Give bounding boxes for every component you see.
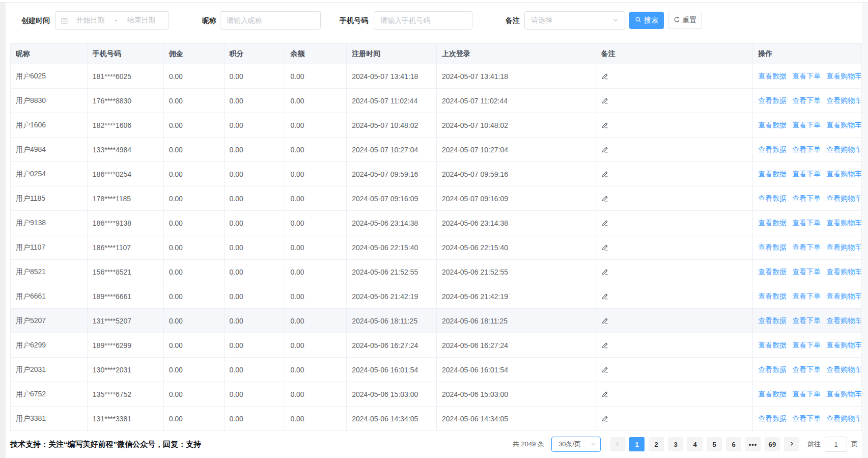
action-link-1[interactable]: 查看下单 — [792, 145, 821, 154]
pencil-edit-icon[interactable] — [601, 244, 609, 251]
action-link-0[interactable]: 查看数据 — [758, 365, 787, 374]
action-link-2[interactable]: 查看购物车 — [826, 72, 861, 81]
cell-remark — [596, 284, 753, 309]
action-link-2[interactable]: 查看购物车 — [826, 121, 861, 130]
cell-points: 0.00 — [225, 309, 286, 333]
action-link-0[interactable]: 查看数据 — [758, 72, 787, 81]
pencil-edit-icon[interactable] — [601, 268, 609, 276]
action-link-2[interactable]: 查看购物车 — [826, 316, 861, 326]
cell-actions: 查看数据查看下单查看购物车 — [753, 113, 861, 138]
action-link-2[interactable]: 查看购物车 — [826, 96, 861, 105]
action-link-1[interactable]: 查看下单 — [792, 292, 821, 301]
pager-more[interactable]: ••• — [745, 437, 761, 451]
page-size-select[interactable]: 30条/页 — [551, 437, 601, 452]
cell-balance: 0.00 — [285, 138, 347, 162]
end-date-placeholder[interactable]: 结束日期 — [127, 16, 155, 25]
create-time-range-picker[interactable]: 开始日期 - 结束日期 — [55, 11, 169, 30]
action-link-1[interactable]: 查看下单 — [792, 390, 821, 399]
pencil-edit-icon[interactable] — [601, 317, 609, 325]
nickname-input[interactable] — [227, 16, 314, 24]
search-button[interactable]: 搜索 — [629, 12, 664, 29]
action-link-0[interactable]: 查看数据 — [758, 316, 787, 326]
action-link-2[interactable]: 查看购物车 — [826, 194, 861, 203]
pager-pages: 123456•••69 — [627, 437, 782, 451]
reset-button[interactable]: 重置 — [668, 12, 702, 29]
pencil-edit-icon[interactable] — [601, 366, 609, 373]
action-link-0[interactable]: 查看数据 — [758, 414, 787, 423]
cell-register_time: 2024-05-07 09:16:09 — [347, 186, 437, 211]
action-link-1[interactable]: 查看下单 — [792, 243, 821, 252]
pencil-edit-icon[interactable] — [601, 195, 609, 202]
action-link-0[interactable]: 查看数据 — [758, 219, 787, 228]
pencil-edit-icon[interactable] — [601, 97, 609, 104]
action-link-0[interactable]: 查看数据 — [758, 121, 787, 130]
cell-points: 0.00 — [225, 89, 286, 113]
pencil-edit-icon[interactable] — [601, 170, 609, 178]
action-link-2[interactable]: 查看购物车 — [826, 292, 861, 301]
pencil-edit-icon[interactable] — [601, 390, 609, 398]
cell-nickname: 用户8830 — [11, 89, 88, 113]
cell-phone: 189****6299 — [88, 333, 164, 358]
page-button-69[interactable]: 69 — [765, 437, 780, 451]
action-link-1[interactable]: 查看下单 — [792, 72, 821, 81]
page-button-3[interactable]: 3 — [668, 437, 683, 451]
action-link-0[interactable]: 查看数据 — [758, 292, 787, 301]
pencil-edit-icon[interactable] — [601, 341, 609, 349]
cell-phone: 133****4984 — [88, 138, 164, 162]
action-link-0[interactable]: 查看数据 — [758, 170, 787, 179]
action-link-2[interactable]: 查看购物车 — [826, 267, 861, 277]
pencil-edit-icon[interactable] — [601, 292, 609, 300]
pencil-edit-icon[interactable] — [601, 72, 609, 80]
phone-input[interactable] — [380, 16, 466, 24]
action-link-2[interactable]: 查看购物车 — [826, 414, 861, 423]
action-link-1[interactable]: 查看下单 — [792, 219, 821, 228]
action-link-0[interactable]: 查看数据 — [758, 145, 787, 154]
pencil-edit-icon[interactable] — [601, 121, 609, 129]
goto-page-input[interactable] — [825, 437, 847, 452]
pager-next[interactable] — [784, 437, 799, 451]
action-link-1[interactable]: 查看下单 — [792, 341, 821, 350]
action-link-2[interactable]: 查看购物车 — [826, 243, 861, 252]
action-link-2[interactable]: 查看购物车 — [826, 170, 861, 179]
action-link-0[interactable]: 查看数据 — [758, 267, 787, 277]
action-link-1[interactable]: 查看下单 — [792, 96, 821, 105]
start-date-placeholder[interactable]: 开始日期 — [76, 16, 105, 25]
action-link-1[interactable]: 查看下单 — [792, 194, 821, 203]
column-header-1: 手机号码 — [88, 44, 164, 64]
page-button-6[interactable]: 6 — [726, 437, 741, 451]
pencil-edit-icon[interactable] — [601, 415, 609, 422]
cell-points: 0.00 — [225, 211, 286, 235]
cell-points: 0.00 — [225, 284, 286, 309]
page-button-2[interactable]: 2 — [649, 437, 664, 451]
pager-prev[interactable] — [610, 437, 625, 451]
table-row: 用户4984133****49840.000.000.002024-05-07 … — [11, 138, 861, 162]
action-link-1[interactable]: 查看下单 — [792, 121, 821, 130]
action-link-1[interactable]: 查看下单 — [792, 170, 821, 179]
action-link-0[interactable]: 查看数据 — [758, 194, 787, 203]
page-button-1[interactable]: 1 — [629, 437, 645, 451]
action-link-0[interactable]: 查看数据 — [758, 390, 787, 399]
action-link-2[interactable]: 查看购物车 — [826, 365, 861, 374]
action-link-1[interactable]: 查看下单 — [792, 267, 821, 277]
action-link-0[interactable]: 查看数据 — [758, 341, 787, 350]
action-link-1[interactable]: 查看下单 — [792, 414, 821, 423]
pencil-edit-icon[interactable] — [601, 146, 609, 153]
action-link-2[interactable]: 查看购物车 — [826, 145, 861, 154]
page-button-5[interactable]: 5 — [707, 437, 722, 451]
cell-commission: 0.00 — [164, 138, 225, 162]
action-link-2[interactable]: 查看购物车 — [826, 341, 861, 350]
cell-points: 0.00 — [225, 407, 286, 431]
action-link-0[interactable]: 查看数据 — [758, 243, 787, 252]
action-link-0[interactable]: 查看数据 — [758, 96, 787, 105]
cell-last_login: 2024-05-06 16:27:24 — [437, 333, 596, 358]
pencil-edit-icon[interactable] — [601, 219, 609, 227]
action-link-1[interactable]: 查看下单 — [792, 316, 821, 326]
action-link-2[interactable]: 查看购物车 — [826, 219, 861, 228]
cell-nickname: 用户9138 — [11, 211, 88, 235]
remark-select[interactable]: 请选择 — [524, 11, 625, 30]
page-button-4[interactable]: 4 — [687, 437, 703, 451]
phone-field-wrap — [374, 11, 472, 30]
total-count: 共 2049 条 — [513, 440, 544, 449]
action-link-2[interactable]: 查看购物车 — [826, 390, 861, 399]
action-link-1[interactable]: 查看下单 — [792, 365, 821, 374]
